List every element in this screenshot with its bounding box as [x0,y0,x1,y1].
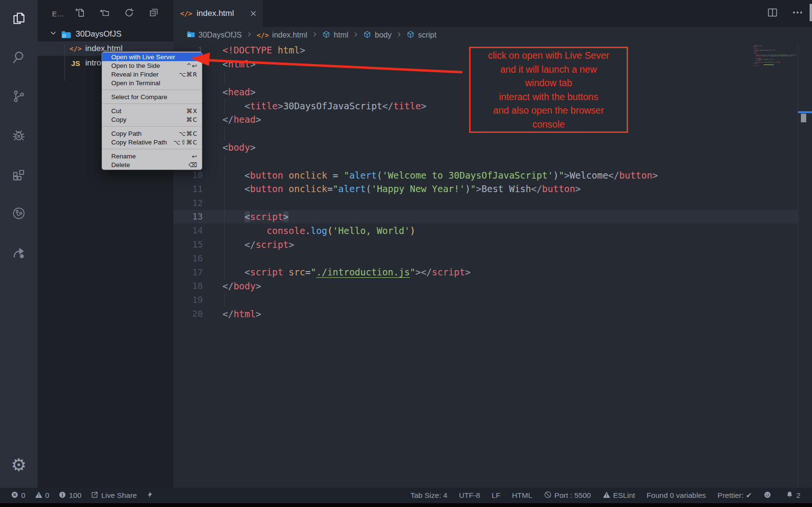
line-number: 11 [173,184,203,194]
menu-item-label: Open in Terminal [111,79,160,87]
menu-item-rename[interactable]: Rename↩ [102,152,202,160]
menu-item-shortcut: ^↩ [186,62,197,69]
code-line-10[interactable]: 10 <button onclick = "alert('Welcome to … [173,168,798,182]
indent-guide [224,265,225,279]
window-bottom-edge [0,503,812,507]
overview-ruler [798,43,798,488]
annotation-line: console [471,117,627,131]
code-line-18[interactable]: 18</body> [173,279,798,293]
explorer-title: E... [52,10,64,18]
status-item-0[interactable]: 0 [11,491,26,501]
code-line-12[interactable]: 12 [173,196,798,210]
activity-item-remote-explorer[interactable] [0,202,38,227]
menu-separator [102,149,202,149]
status-item-smiley[interactable] [763,491,774,501]
menu-item-delete[interactable]: Delete⌫ [102,160,202,169]
status-item-2[interactable]: 2 [786,491,800,501]
breadcrumb-label: script [418,31,436,39]
breadcrumb-item-script[interactable]: script [406,30,436,40]
status-label: Live Share [101,491,137,500]
new-folder-icon[interactable] [99,7,110,20]
menu-item-open-to-the-side[interactable]: Open to the Side^↩ [102,61,202,70]
live-share-icon [12,245,26,261]
status-item-100[interactable]: 100 [58,491,81,501]
activity-item-live-share[interactable] [0,241,38,266]
status-item-lf[interactable]: LF [492,491,500,500]
status-item-utf-8[interactable]: UTF-8 [459,491,480,500]
line-number: 16 [173,253,203,263]
settings-gear-icon[interactable]: ⚙ [0,453,38,478]
code-line-20[interactable]: 20</html> [173,307,798,321]
menu-item-label: Copy [111,116,127,123]
tab-index-html[interactable]: </> index.html [173,0,263,27]
collapse-all-icon[interactable] [148,7,159,20]
split-editor-icon[interactable] [767,7,778,20]
refresh-icon[interactable] [124,7,134,20]
status-item-zap[interactable] [146,491,157,501]
activity-item-run-debug[interactable] [0,124,38,149]
status-item-prettier[interactable]: Prettier: ✔ [718,491,752,500]
scrollbar-handle[interactable] [801,114,806,122]
menu-item-select-for-compare[interactable]: Select for Compare [102,92,202,101]
code-line-11[interactable]: 11 <button onclick="alert('Happy New Yea… [173,182,798,196]
explorer-header: E... [38,0,173,27]
tab-label: index.html [196,9,234,18]
activity-item-extensions[interactable] [0,163,38,188]
menu-item-shortcut: ⌘C [186,116,197,123]
indent-guide [224,168,225,182]
status-item-eslint[interactable]: ESLint [602,491,635,501]
status-label: Tab Size: 4 [410,491,447,500]
status-item-found-0-variables[interactable]: Found 0 variables [647,491,706,500]
breadcrumb-item-index-html[interactable]: </>index.html [257,31,307,39]
status-item-port-5500[interactable]: Port : 5500 [544,491,591,501]
menu-item-label: Delete [111,161,130,169]
indent-guide [224,293,225,307]
close-tab-icon[interactable] [249,10,257,17]
code-line-14[interactable]: 14 console.log('Hello, World') [173,223,798,237]
code-line-9[interactable]: 9 [173,154,798,168]
status-item-0[interactable]: 0 [35,491,50,501]
line-number: 10 [173,170,203,180]
symbol-cube-icon [406,30,415,40]
warning-icon [35,491,43,501]
breadcrumb-item-30daysofjs[interactable]: 30DaysOfJS [187,31,242,39]
menu-item-copy-path[interactable]: Copy Path⌥⌘C [102,129,202,138]
indent-guide [224,237,225,251]
code-line-16[interactable]: 16 [173,251,798,265]
activity-item-source-control[interactable] [0,85,38,110]
activity-item-search[interactable] [0,46,38,71]
folder-row-30daysofjs[interactable]: 30DaysOfJS [38,27,173,41]
breadcrumb-item-body[interactable]: body [363,30,392,40]
breadcrumb-item-html[interactable]: html [322,30,348,40]
code-line-17[interactable]: 17 <script src="./introduction.js"></scr… [173,265,798,279]
menu-separator [102,90,202,90]
more-actions-icon[interactable] [792,7,803,20]
menu-item-cut[interactable]: Cut⌘X [102,106,202,115]
activity-bar [0,0,38,488]
menu-item-copy[interactable]: Copy⌘C [102,115,202,124]
indent-guide [224,154,225,168]
indent-guide [224,71,225,85]
menu-item-open-with-live-server[interactable]: Open with Live Server [102,52,202,61]
new-file-icon[interactable] [75,7,85,20]
code-line-15[interactable]: 15 </script> [173,237,798,251]
menu-item-label: Open to the Side [111,62,160,69]
status-item-tab-size-4[interactable]: Tab Size: 4 [410,491,447,500]
status-label: HTML [512,491,532,500]
code-line-13[interactable]: 13 <script> [173,210,798,224]
menu-item-label: Reveal in Finder [111,71,158,78]
menu-item-label: Copy Path [111,130,142,137]
menu-item-reveal-in-finder[interactable]: Reveal in Finder⌥⌘R [102,70,202,78]
code-line-8[interactable]: 8<body> [173,141,798,155]
minimap[interactable]: <!DOCTYPE html><html><head> <title>30Day… [753,45,797,66]
status-item-live-share[interactable]: Live Share [91,491,137,501]
line-number: 15 [173,239,203,249]
status-item-html[interactable]: HTML [512,491,532,500]
code-line-19[interactable]: 19 [173,293,798,307]
menu-item-copy-relative-path[interactable]: Copy Relative Path⌥⇧⌘C [102,138,202,146]
status-label: Port : 5500 [554,491,591,500]
breadcrumb-label: 30DaysOfJS [198,31,242,39]
menu-item-open-in-terminal[interactable]: Open in Terminal [102,78,202,87]
activity-item-explorer[interactable] [0,7,38,32]
error-icon [11,491,19,501]
